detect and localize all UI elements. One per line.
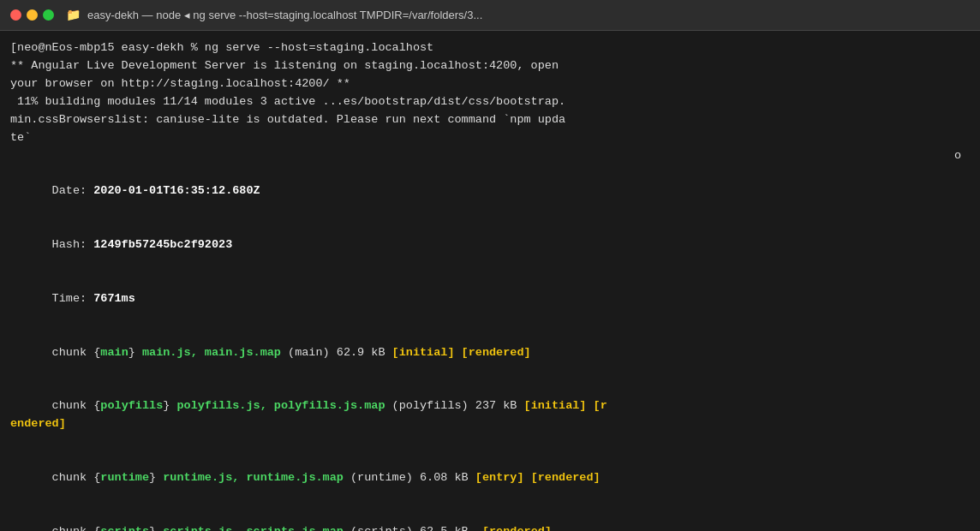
minimize-button[interactable] xyxy=(27,9,38,21)
time-line: Time: 7671ms xyxy=(10,272,970,326)
folder-icon: 📁 xyxy=(66,8,81,22)
hash-line: Hash: 1249fb57245bc2f92023 xyxy=(10,218,970,272)
close-button[interactable] xyxy=(10,9,21,21)
chunk-scripts-line: chunk {scripts} scripts.js, scripts.js.m… xyxy=(10,505,970,531)
chunk-runtime-line: chunk {runtime} runtime.js, runtime.js.m… xyxy=(10,451,970,505)
building-line: 11% building modules 11/14 modules 3 act… xyxy=(10,93,970,147)
title-bar: 📁 easy-dekh — node ◂ ng serve --host=sta… xyxy=(0,0,980,31)
title-text: easy-dekh — node ◂ ng serve --host=stagi… xyxy=(87,9,970,21)
date-line: Date: 2020-01-01T16:35:12.680Z xyxy=(10,164,970,218)
prompt-line: [neo@nEos-mbp15 easy-dekh % ng serve --h… xyxy=(10,39,970,57)
window: 📁 easy-dekh — node ◂ ng serve --host=sta… xyxy=(0,0,980,531)
chunk-main-line: chunk {main} main.js, main.js.map (main)… xyxy=(10,326,970,380)
traffic-lights xyxy=(10,9,54,21)
chunk-polyfills-line: chunk {polyfills} polyfills.js, polyfill… xyxy=(10,380,970,452)
terminal-body[interactable]: [neo@nEos-mbp15 easy-dekh % ng serve --h… xyxy=(0,31,980,531)
angular-info-line: ** Angular Live Development Server is li… xyxy=(10,57,970,93)
maximize-button[interactable] xyxy=(43,9,54,21)
spacer-o: o xyxy=(10,147,970,165)
